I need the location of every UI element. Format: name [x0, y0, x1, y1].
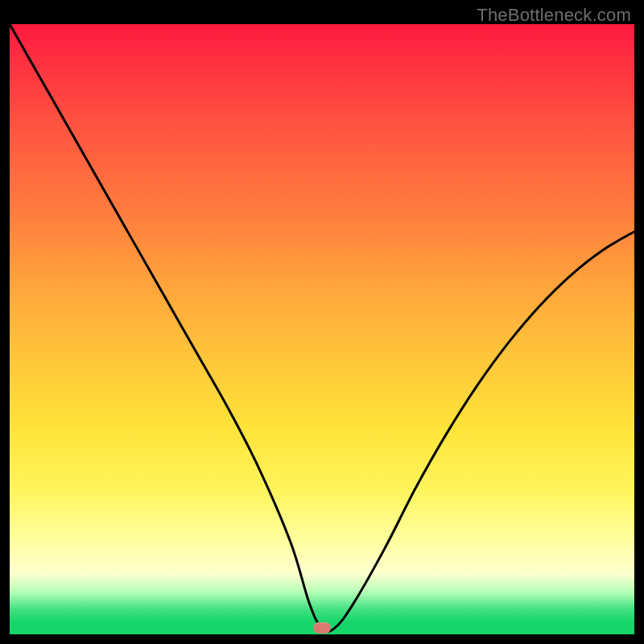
watermark-text: TheBottleneck.com — [477, 5, 631, 26]
chart-frame — [10, 24, 634, 634]
bottleneck-curve — [10, 24, 634, 634]
minimum-marker — [313, 622, 331, 634]
bottom-black-strip — [10, 634, 634, 644]
